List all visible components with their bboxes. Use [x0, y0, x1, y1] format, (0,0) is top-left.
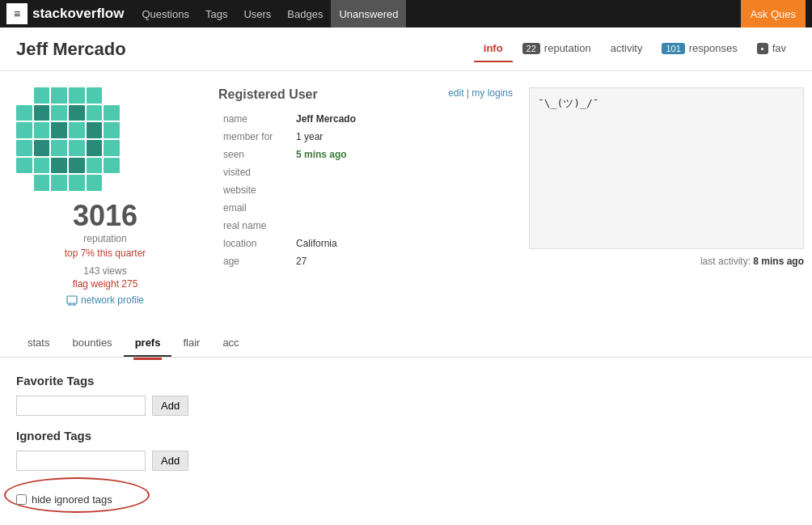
table-row: real name [218, 217, 513, 235]
avatar-cell [87, 87, 103, 104]
nav-badges[interactable]: Badges [279, 0, 331, 28]
top-nav: ≡ stackoverflow Questions Tags Users Bad… [0, 0, 812, 28]
user-type: Registered User [218, 87, 318, 102]
profile-name: Jeff Mercado [16, 39, 458, 60]
ignored-tags-title: Ignored Tags [16, 429, 796, 442]
favorite-tags-input-row: Add [16, 396, 796, 416]
main-content: 3016 reputation top 7% this quarter 143 … [0, 71, 812, 322]
avatar-cell [87, 158, 103, 174]
secondary-tabs: stats bounties prefs flair acc [0, 330, 812, 358]
nav-users[interactable]: Users [235, 0, 279, 28]
reputation-number: 3016 [16, 199, 194, 233]
reputation-label: reputation [16, 233, 194, 244]
about-text: ¯\_(ツ)_/¯ [538, 97, 599, 109]
table-row: visited [218, 163, 513, 181]
nav-unanswered[interactable]: Unanswered [331, 0, 406, 28]
responses-badge: 101 [662, 43, 684, 54]
table-row: age 27 [218, 252, 513, 270]
ignored-tags-input-row: Add [16, 451, 796, 471]
avatar [16, 87, 120, 191]
add-favorite-tag-button[interactable]: Add [152, 396, 188, 416]
reputation-badge: 22 [522, 43, 540, 54]
right-panel: ¯\_(ツ)_/¯ last activity: 8 mins ago [521, 71, 812, 322]
ask-question-button[interactable]: Ask Ques [741, 0, 806, 28]
ignored-tags-input[interactable] [16, 451, 146, 471]
avatar-cell [104, 87, 120, 104]
avatar-cell [34, 87, 50, 104]
avatar-cell [69, 105, 85, 121]
sec-tab-prefs[interactable]: prefs [124, 330, 172, 357]
avatar-cell [16, 140, 32, 156]
favorite-tags-title: Favorite Tags [16, 374, 796, 387]
avatar-cell [34, 140, 50, 156]
my-logins-link[interactable]: my logins [472, 87, 513, 99]
avatar-cell [34, 175, 50, 191]
avatar-cell [51, 175, 67, 191]
sec-tab-acc[interactable]: acc [211, 330, 250, 357]
avatar-cell [16, 105, 32, 121]
avatar-cell [51, 140, 67, 156]
avatar-cell [69, 87, 85, 104]
flag-weight: flag weight 275 [16, 278, 194, 290]
tab-fav[interactable]: ▪ fav [747, 36, 796, 62]
tab-responses[interactable]: 101 responses [652, 36, 746, 62]
tab-info[interactable]: info [474, 36, 513, 62]
avatar-cell [69, 175, 85, 191]
avatar-cell [87, 105, 103, 121]
network-profile-link[interactable]: network profile [16, 294, 194, 306]
edit-link[interactable]: edit [448, 87, 463, 99]
avatar-cell [51, 122, 67, 138]
avatar-cell [51, 87, 67, 104]
sec-tab-flair[interactable]: flair [171, 330, 211, 357]
avatar-cell [104, 140, 120, 156]
edit-links: edit | my logins [448, 87, 513, 99]
nav-questions[interactable]: Questions [133, 0, 197, 28]
prefs-content: Favorite Tags Add Ignored Tags Add hide … [0, 358, 812, 523]
tab-reputation[interactable]: 22 reputation [513, 36, 601, 62]
avatar-cell [87, 175, 103, 191]
network-profile-text: network profile [81, 294, 144, 306]
about-box: ¯\_(ツ)_/¯ [529, 87, 804, 249]
info-table: name Jeff Mercado member for 1 year seen… [218, 110, 513, 270]
logo-text: stackoverflow [32, 6, 124, 22]
table-row: location California [218, 235, 513, 252]
avatar-cell [16, 158, 32, 174]
top-percent: top 7% this quarter [16, 248, 194, 259]
avatar-cell [16, 122, 32, 138]
avatar-cell [51, 158, 67, 174]
avatar-cell [69, 158, 85, 174]
avatar-cell [104, 122, 120, 138]
avatar-cell [34, 122, 50, 138]
favorite-tags-input[interactable] [16, 396, 146, 416]
views-count: 143 views [16, 265, 194, 277]
avatar-cell [87, 140, 103, 156]
avatar-cell [51, 105, 67, 121]
avatar-cell [16, 175, 32, 191]
table-row: email [218, 199, 513, 217]
tab-activity[interactable]: activity [601, 36, 653, 62]
avatar-cell [16, 87, 32, 104]
logo: ≡ stackoverflow [6, 3, 124, 24]
table-row: member for 1 year [218, 128, 513, 146]
sec-tab-bounties[interactable]: bounties [61, 330, 123, 357]
avatar-cell [104, 175, 120, 191]
fav-badge: ▪ [757, 43, 768, 54]
logo-icon: ≡ [6, 3, 27, 24]
avatar-cell [34, 105, 50, 121]
add-ignored-tag-button[interactable]: Add [152, 451, 188, 471]
last-activity-value: 8 mins ago [753, 256, 804, 267]
left-panel: 3016 reputation top 7% this quarter 143 … [0, 71, 210, 322]
table-row: seen 5 mins ago [218, 146, 513, 163]
table-row: name Jeff Mercado [218, 110, 513, 128]
nav-tags[interactable]: Tags [197, 0, 235, 28]
center-panel: Registered User edit | my logins name Je… [210, 71, 521, 322]
sec-tab-stats[interactable]: stats [16, 330, 61, 357]
svg-rect-0 [67, 296, 77, 303]
network-icon [66, 294, 78, 306]
avatar-cell [87, 122, 103, 138]
hide-ignored-tags-checkbox[interactable] [16, 494, 27, 505]
last-activity: last activity: 8 mins ago [529, 256, 804, 267]
avatar-cell [69, 140, 85, 156]
avatar-cell [34, 158, 50, 174]
hide-ignored-tags-row: hide ignored tags [16, 493, 112, 506]
